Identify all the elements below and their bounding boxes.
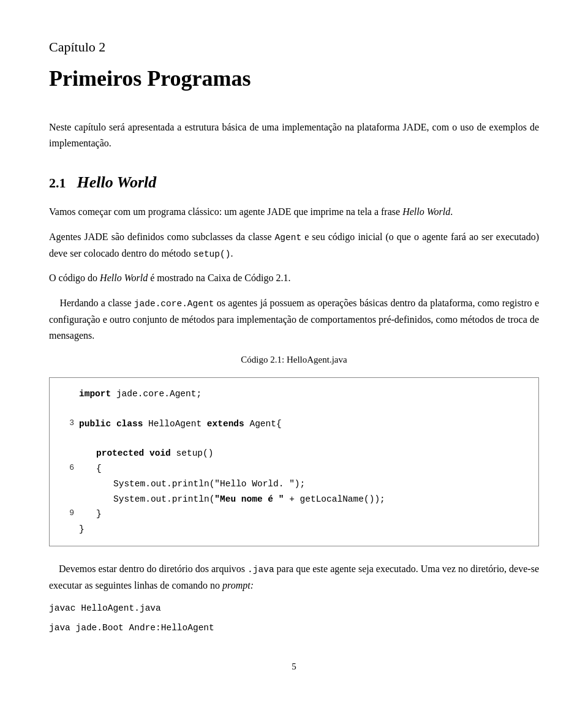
section-para-4: Herdando a classe jade.core.Agent os age… bbox=[49, 295, 539, 344]
code-line-import: import jade.core.Agent; bbox=[62, 387, 526, 402]
code-box-label: Código 2.1: HelloAgent.java bbox=[49, 353, 539, 367]
code-line-println1: System.out.println("Hello World. "); bbox=[62, 477, 526, 492]
code-line-blank2 bbox=[62, 431, 526, 446]
terminal-cmd-2: java jade.Boot Andre:HelloAgent bbox=[49, 622, 539, 635]
section-title: Hello World bbox=[77, 170, 157, 194]
chapter-label: Capítulo 2 bbox=[49, 37, 539, 57]
chapter-label-text: Capítulo 2 bbox=[49, 39, 105, 55]
intro-paragraph: Neste capítulo será apresentada a estrut… bbox=[49, 119, 539, 151]
page-number: 5 bbox=[49, 660, 539, 674]
section-para-3: O código do Hello World é mostrado na Ca… bbox=[49, 270, 539, 286]
code-line-6: 6 { bbox=[62, 461, 526, 477]
section-header: 2.1 Hello World bbox=[49, 170, 539, 194]
code-box: import jade.core.Agent; 3 public class H… bbox=[49, 377, 539, 546]
section-number: 2.1 bbox=[49, 173, 66, 193]
code-line-9: 9 } bbox=[62, 507, 526, 522]
code-line-3: 3 public class HelloAgent extends Agent{ bbox=[62, 417, 526, 432]
terminal-cmd-1: javac HelloAgent.java bbox=[49, 602, 539, 616]
chapter-title: Primeiros Programas bbox=[49, 62, 539, 95]
code-line-setup: protected void setup() bbox=[62, 446, 526, 461]
bottom-para-1: Devemos estar dentro do diretório dos ar… bbox=[49, 561, 539, 594]
section-para-1: Vamos começar com um programa clássico: … bbox=[49, 204, 539, 220]
code-line-println2: System.out.println("Meu nome é " + getLo… bbox=[62, 492, 526, 507]
code-line-close: } bbox=[62, 522, 526, 537]
section-para-2: Agentes JADE são definidos como subclass… bbox=[49, 229, 539, 262]
code-line-blank1 bbox=[62, 402, 526, 417]
bottom-section: Devemos estar dentro do diretório dos ar… bbox=[49, 561, 539, 635]
